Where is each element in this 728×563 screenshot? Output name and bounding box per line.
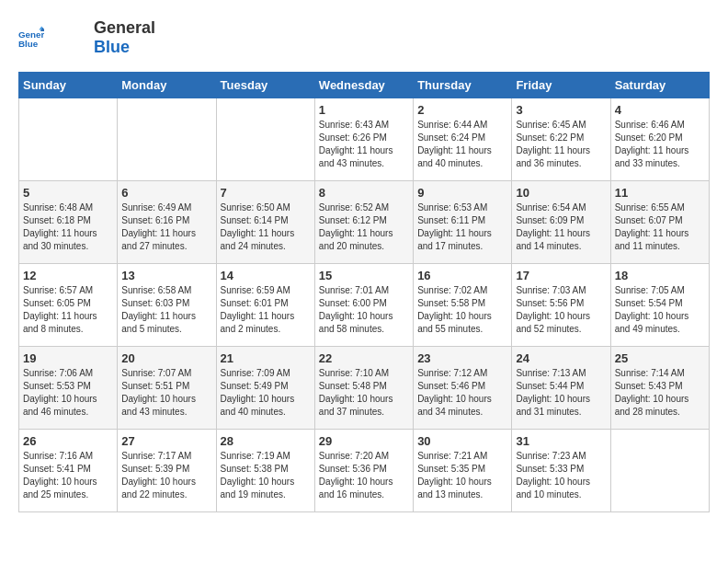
day-content: Sunrise: 7:06 AM Sunset: 5:53 PM Dayligh… (23, 367, 113, 419)
day-number: 26 (23, 434, 113, 448)
calendar-cell: 15Sunrise: 7:01 AM Sunset: 6:00 PM Dayli… (314, 264, 413, 347)
header-saturday: Saturday (610, 73, 709, 98)
logo-icon: General Blue (18, 25, 44, 51)
day-number: 24 (516, 351, 606, 365)
day-number: 13 (121, 269, 211, 282)
day-content: Sunrise: 7:05 AM Sunset: 5:54 PM Dayligh… (615, 284, 705, 336)
day-number: 22 (319, 351, 409, 365)
day-content: Sunrise: 6:44 AM Sunset: 6:24 PM Dayligh… (417, 119, 507, 170)
calendar-cell: 4Sunrise: 6:46 AM Sunset: 6:20 PM Daylig… (610, 98, 709, 181)
svg-text:Blue: Blue (18, 39, 39, 49)
calendar-week-row: 12Sunrise: 6:57 AM Sunset: 6:05 PM Dayli… (19, 264, 710, 347)
calendar-cell: 10Sunrise: 6:54 AM Sunset: 6:09 PM Dayli… (512, 181, 610, 264)
calendar-cell: 20Sunrise: 7:07 AM Sunset: 5:51 PM Dayli… (118, 347, 216, 430)
day-content: Sunrise: 7:10 AM Sunset: 5:48 PM Dayligh… (319, 367, 409, 419)
day-number: 20 (121, 351, 211, 365)
day-number: 15 (319, 269, 409, 282)
calendar-week-row: 5Sunrise: 6:48 AM Sunset: 6:18 PM Daylig… (19, 181, 710, 264)
calendar-cell: 12Sunrise: 6:57 AM Sunset: 6:05 PM Dayli… (19, 264, 118, 347)
calendar-cell: 28Sunrise: 7:19 AM Sunset: 5:38 PM Dayli… (216, 430, 314, 512)
day-number: 2 (417, 103, 507, 117)
calendar-cell: 5Sunrise: 6:48 AM Sunset: 6:18 PM Daylig… (19, 181, 118, 264)
day-number: 6 (121, 186, 211, 200)
calendar-cell (118, 98, 216, 181)
day-content: Sunrise: 7:07 AM Sunset: 5:51 PM Dayligh… (121, 367, 211, 419)
calendar-table: SundayMondayTuesdayWednesdayThursdayFrid… (18, 72, 710, 512)
calendar-week-row: 19Sunrise: 7:06 AM Sunset: 5:53 PM Dayli… (19, 347, 710, 430)
calendar-cell: 31Sunrise: 7:23 AM Sunset: 5:33 PM Dayli… (512, 430, 610, 512)
day-content: Sunrise: 6:52 AM Sunset: 6:12 PM Dayligh… (319, 201, 409, 253)
calendar-cell: 25Sunrise: 7:14 AM Sunset: 5:43 PM Dayli… (610, 347, 709, 430)
calendar-cell: 6Sunrise: 6:49 AM Sunset: 6:16 PM Daylig… (118, 181, 216, 264)
day-content: Sunrise: 6:53 AM Sunset: 6:11 PM Dayligh… (417, 201, 507, 253)
day-content: Sunrise: 6:54 AM Sunset: 6:09 PM Dayligh… (516, 201, 606, 253)
day-content: Sunrise: 7:19 AM Sunset: 5:38 PM Dayligh… (221, 450, 311, 501)
day-number: 25 (615, 351, 705, 365)
header-thursday: Thursday (414, 73, 512, 98)
day-number: 28 (221, 434, 311, 448)
day-number: 21 (221, 351, 311, 365)
calendar-cell: 3Sunrise: 6:45 AM Sunset: 6:22 PM Daylig… (512, 98, 610, 181)
day-number: 4 (615, 103, 705, 117)
calendar-cell: 30Sunrise: 7:21 AM Sunset: 5:35 PM Dayli… (414, 430, 512, 512)
day-number: 30 (417, 434, 507, 448)
day-content: Sunrise: 7:01 AM Sunset: 6:00 PM Dayligh… (319, 284, 409, 336)
day-number: 8 (319, 186, 409, 200)
day-number: 9 (417, 186, 507, 200)
header-wednesday: Wednesday (314, 73, 413, 98)
calendar-cell: 22Sunrise: 7:10 AM Sunset: 5:48 PM Dayli… (314, 347, 413, 430)
calendar-cell (216, 98, 314, 181)
page-header: General Blue General Blue (18, 18, 710, 57)
day-content: Sunrise: 6:49 AM Sunset: 6:16 PM Dayligh… (121, 201, 211, 253)
calendar-cell: 8Sunrise: 6:52 AM Sunset: 6:12 PM Daylig… (314, 181, 413, 264)
day-content: Sunrise: 7:13 AM Sunset: 5:44 PM Dayligh… (516, 367, 606, 419)
day-content: Sunrise: 7:23 AM Sunset: 5:33 PM Dayligh… (516, 450, 606, 501)
calendar-cell: 26Sunrise: 7:16 AM Sunset: 5:41 PM Dayli… (19, 430, 118, 512)
day-number: 5 (23, 186, 113, 200)
day-content: Sunrise: 6:46 AM Sunset: 6:20 PM Dayligh… (615, 119, 705, 170)
logo-blue: Blue (94, 38, 155, 57)
day-number: 27 (121, 434, 211, 448)
calendar-cell (610, 430, 709, 512)
logo-general: General (94, 18, 155, 38)
day-number: 11 (615, 186, 705, 200)
calendar-header-row: SundayMondayTuesdayWednesdayThursdayFrid… (19, 73, 710, 98)
calendar-cell: 14Sunrise: 6:59 AM Sunset: 6:01 PM Dayli… (216, 264, 314, 347)
day-content: Sunrise: 7:20 AM Sunset: 5:36 PM Dayligh… (319, 450, 409, 501)
calendar-cell: 11Sunrise: 6:55 AM Sunset: 6:07 PM Dayli… (610, 181, 709, 264)
header-friday: Friday (512, 73, 610, 98)
calendar-cell: 16Sunrise: 7:02 AM Sunset: 5:58 PM Dayli… (414, 264, 512, 347)
day-content: Sunrise: 7:09 AM Sunset: 5:49 PM Dayligh… (221, 367, 311, 419)
day-number: 10 (516, 186, 606, 200)
calendar-cell: 21Sunrise: 7:09 AM Sunset: 5:49 PM Dayli… (216, 347, 314, 430)
day-content: Sunrise: 6:48 AM Sunset: 6:18 PM Dayligh… (23, 201, 113, 253)
day-content: Sunrise: 6:58 AM Sunset: 6:03 PM Dayligh… (121, 284, 211, 336)
calendar-cell: 9Sunrise: 6:53 AM Sunset: 6:11 PM Daylig… (414, 181, 512, 264)
day-number: 23 (417, 351, 507, 365)
day-content: Sunrise: 7:12 AM Sunset: 5:46 PM Dayligh… (417, 367, 507, 419)
header-sunday: Sunday (19, 73, 118, 98)
day-number: 29 (319, 434, 409, 448)
day-number: 7 (221, 186, 311, 200)
calendar-cell: 18Sunrise: 7:05 AM Sunset: 5:54 PM Dayli… (610, 264, 709, 347)
day-content: Sunrise: 7:21 AM Sunset: 5:35 PM Dayligh… (417, 450, 507, 501)
calendar-week-row: 26Sunrise: 7:16 AM Sunset: 5:41 PM Dayli… (19, 430, 710, 512)
day-content: Sunrise: 6:59 AM Sunset: 6:01 PM Dayligh… (221, 284, 311, 336)
day-content: Sunrise: 6:50 AM Sunset: 6:14 PM Dayligh… (221, 201, 311, 253)
calendar-cell: 27Sunrise: 7:17 AM Sunset: 5:39 PM Dayli… (118, 430, 216, 512)
header-monday: Monday (118, 73, 216, 98)
day-content: Sunrise: 6:45 AM Sunset: 6:22 PM Dayligh… (516, 119, 606, 170)
day-content: Sunrise: 7:03 AM Sunset: 5:56 PM Dayligh… (516, 284, 606, 336)
calendar-cell: 29Sunrise: 7:20 AM Sunset: 5:36 PM Dayli… (314, 430, 413, 512)
calendar-cell: 13Sunrise: 6:58 AM Sunset: 6:03 PM Dayli… (118, 264, 216, 347)
day-number: 19 (23, 351, 113, 365)
day-number: 17 (516, 269, 606, 282)
calendar-cell: 17Sunrise: 7:03 AM Sunset: 5:56 PM Dayli… (512, 264, 610, 347)
day-number: 3 (516, 103, 606, 117)
day-number: 12 (23, 269, 113, 282)
day-number: 31 (516, 434, 606, 448)
logo: General Blue General Blue (18, 18, 155, 57)
day-content: Sunrise: 6:43 AM Sunset: 6:26 PM Dayligh… (319, 119, 409, 170)
calendar-cell: 1Sunrise: 6:43 AM Sunset: 6:26 PM Daylig… (314, 98, 413, 181)
day-content: Sunrise: 6:57 AM Sunset: 6:05 PM Dayligh… (23, 284, 113, 336)
